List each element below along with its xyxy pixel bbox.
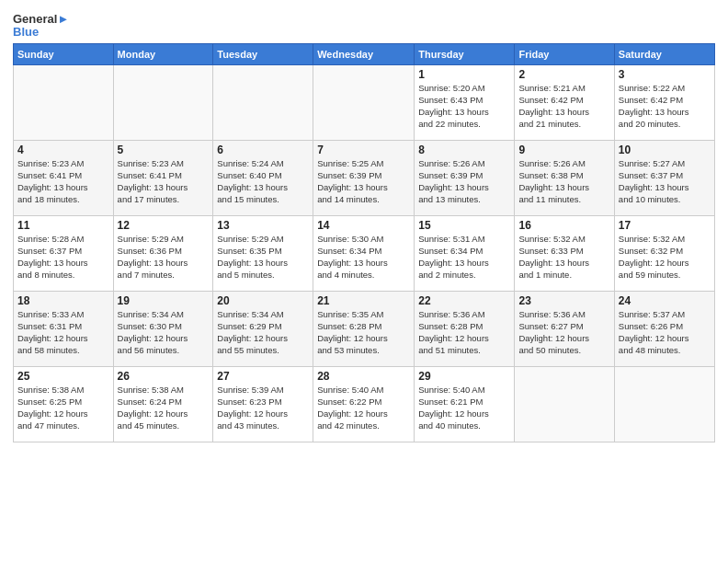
- header: General► Blue: [13, 9, 715, 40]
- day-info: Sunrise: 5:29 AM Sunset: 6:36 PM Dayligh…: [118, 233, 210, 282]
- day-number: 25: [17, 370, 109, 383]
- calendar-cell: 14Sunrise: 5:30 AM Sunset: 6:34 PM Dayli…: [313, 215, 415, 291]
- day-number: 6: [217, 144, 309, 156]
- logo: General► Blue: [13, 13, 69, 40]
- day-info: Sunrise: 5:23 AM Sunset: 6:41 PM Dayligh…: [118, 157, 210, 206]
- day-info: Sunrise: 5:34 AM Sunset: 6:30 PM Dayligh…: [118, 308, 210, 357]
- day-number: 9: [518, 144, 609, 156]
- weekday-header-wednesday: Wednesday: [313, 43, 415, 64]
- page-container: General► Blue SundayMondayTuesdayWednesd…: [0, 0, 728, 448]
- calendar-cell: [313, 64, 415, 140]
- day-info: Sunrise: 5:26 AM Sunset: 6:38 PM Dayligh…: [518, 157, 609, 206]
- calendar-cell: [614, 366, 714, 442]
- day-info: Sunrise: 5:36 AM Sunset: 6:28 PM Dayligh…: [418, 308, 510, 357]
- weekday-header-sunday: Sunday: [14, 43, 114, 64]
- calendar-cell: 1Sunrise: 5:20 AM Sunset: 6:43 PM Daylig…: [415, 64, 515, 140]
- calendar-cell: 29Sunrise: 5:40 AM Sunset: 6:21 PM Dayli…: [415, 366, 515, 442]
- calendar-cell: 11Sunrise: 5:28 AM Sunset: 6:37 PM Dayli…: [14, 215, 114, 291]
- day-info: Sunrise: 5:36 AM Sunset: 6:27 PM Dayligh…: [518, 308, 609, 357]
- day-number: 13: [217, 219, 309, 232]
- weekday-header-saturday: Saturday: [614, 43, 714, 64]
- day-number: 1: [418, 68, 510, 81]
- weekday-header-monday: Monday: [113, 43, 213, 64]
- day-number: 28: [317, 370, 410, 383]
- day-number: 29: [418, 370, 510, 383]
- week-row-4: 18Sunrise: 5:33 AM Sunset: 6:31 PM Dayli…: [14, 291, 715, 366]
- day-number: 21: [317, 294, 410, 307]
- day-number: 16: [518, 219, 609, 232]
- calendar-cell: 20Sunrise: 5:34 AM Sunset: 6:29 PM Dayli…: [213, 291, 313, 366]
- day-info: Sunrise: 5:35 AM Sunset: 6:28 PM Dayligh…: [317, 308, 410, 357]
- day-info: Sunrise: 5:40 AM Sunset: 6:21 PM Dayligh…: [418, 384, 510, 432]
- day-info: Sunrise: 5:28 AM Sunset: 6:37 PM Dayligh…: [17, 233, 109, 282]
- calendar-cell: 22Sunrise: 5:36 AM Sunset: 6:28 PM Dayli…: [415, 291, 515, 366]
- calendar-cell: 12Sunrise: 5:29 AM Sunset: 6:36 PM Dayli…: [113, 215, 213, 291]
- day-number: 12: [118, 219, 210, 232]
- calendar-cell: [213, 64, 313, 140]
- day-info: Sunrise: 5:40 AM Sunset: 6:22 PM Dayligh…: [317, 384, 410, 432]
- calendar-cell: [515, 366, 614, 442]
- day-info: Sunrise: 5:30 AM Sunset: 6:34 PM Dayligh…: [317, 233, 410, 282]
- day-number: 22: [418, 294, 510, 307]
- calendar-cell: 13Sunrise: 5:29 AM Sunset: 6:35 PM Dayli…: [213, 215, 313, 291]
- day-info: Sunrise: 5:21 AM Sunset: 6:42 PM Dayligh…: [518, 82, 609, 131]
- week-row-5: 25Sunrise: 5:38 AM Sunset: 6:25 PM Dayli…: [14, 366, 715, 442]
- day-info: Sunrise: 5:39 AM Sunset: 6:23 PM Dayligh…: [217, 384, 309, 432]
- logo-text: General► Blue: [13, 13, 69, 40]
- calendar-cell: 27Sunrise: 5:39 AM Sunset: 6:23 PM Dayli…: [213, 366, 313, 442]
- calendar-cell: 18Sunrise: 5:33 AM Sunset: 6:31 PM Dayli…: [14, 291, 114, 366]
- calendar-cell: 17Sunrise: 5:32 AM Sunset: 6:32 PM Dayli…: [614, 215, 714, 291]
- day-number: 10: [619, 144, 711, 156]
- day-number: 23: [518, 294, 609, 307]
- calendar-cell: 2Sunrise: 5:21 AM Sunset: 6:42 PM Daylig…: [515, 64, 614, 140]
- day-number: 26: [118, 370, 210, 383]
- calendar-cell: 26Sunrise: 5:38 AM Sunset: 6:24 PM Dayli…: [113, 366, 213, 442]
- day-number: 15: [418, 219, 510, 232]
- calendar-cell: 15Sunrise: 5:31 AM Sunset: 6:34 PM Dayli…: [415, 215, 515, 291]
- calendar-cell: [14, 64, 114, 140]
- calendar-cell: 21Sunrise: 5:35 AM Sunset: 6:28 PM Dayli…: [313, 291, 415, 366]
- day-info: Sunrise: 5:29 AM Sunset: 6:35 PM Dayligh…: [217, 233, 309, 282]
- day-info: Sunrise: 5:20 AM Sunset: 6:43 PM Dayligh…: [418, 82, 510, 131]
- calendar-cell: 5Sunrise: 5:23 AM Sunset: 6:41 PM Daylig…: [113, 140, 213, 215]
- day-info: Sunrise: 5:33 AM Sunset: 6:31 PM Dayligh…: [17, 308, 109, 357]
- calendar-cell: 10Sunrise: 5:27 AM Sunset: 6:37 PM Dayli…: [614, 140, 714, 215]
- calendar-cell: 3Sunrise: 5:22 AM Sunset: 6:42 PM Daylig…: [614, 64, 714, 140]
- day-number: 24: [619, 294, 711, 307]
- day-number: 5: [118, 144, 210, 156]
- day-info: Sunrise: 5:38 AM Sunset: 6:24 PM Dayligh…: [118, 384, 210, 432]
- day-number: 2: [518, 68, 609, 81]
- day-info: Sunrise: 5:24 AM Sunset: 6:40 PM Dayligh…: [217, 157, 309, 206]
- day-info: Sunrise: 5:25 AM Sunset: 6:39 PM Dayligh…: [317, 157, 410, 206]
- calendar-cell: 8Sunrise: 5:26 AM Sunset: 6:39 PM Daylig…: [415, 140, 515, 215]
- day-number: 8: [418, 144, 510, 156]
- calendar-cell: 28Sunrise: 5:40 AM Sunset: 6:22 PM Dayli…: [313, 366, 415, 442]
- calendar-cell: 23Sunrise: 5:36 AM Sunset: 6:27 PM Dayli…: [515, 291, 614, 366]
- calendar-cell: [113, 64, 213, 140]
- calendar-cell: 16Sunrise: 5:32 AM Sunset: 6:33 PM Dayli…: [515, 215, 614, 291]
- calendar-cell: 25Sunrise: 5:38 AM Sunset: 6:25 PM Dayli…: [14, 366, 114, 442]
- day-info: Sunrise: 5:32 AM Sunset: 6:32 PM Dayligh…: [619, 233, 711, 282]
- day-info: Sunrise: 5:26 AM Sunset: 6:39 PM Dayligh…: [418, 157, 510, 206]
- day-number: 11: [17, 219, 109, 232]
- day-info: Sunrise: 5:34 AM Sunset: 6:29 PM Dayligh…: [217, 308, 309, 357]
- day-number: 4: [17, 144, 109, 156]
- day-info: Sunrise: 5:37 AM Sunset: 6:26 PM Dayligh…: [619, 308, 711, 357]
- calendar-cell: 6Sunrise: 5:24 AM Sunset: 6:40 PM Daylig…: [213, 140, 313, 215]
- calendar-cell: 7Sunrise: 5:25 AM Sunset: 6:39 PM Daylig…: [313, 140, 415, 215]
- day-number: 20: [217, 294, 309, 307]
- calendar-table: SundayMondayTuesdayWednesdayThursdayFrid…: [13, 43, 715, 442]
- day-info: Sunrise: 5:27 AM Sunset: 6:37 PM Dayligh…: [619, 157, 711, 206]
- day-number: 17: [619, 219, 711, 232]
- calendar-cell: 24Sunrise: 5:37 AM Sunset: 6:26 PM Dayli…: [614, 291, 714, 366]
- day-info: Sunrise: 5:23 AM Sunset: 6:41 PM Dayligh…: [17, 157, 109, 206]
- day-info: Sunrise: 5:32 AM Sunset: 6:33 PM Dayligh…: [518, 233, 609, 282]
- day-number: 3: [619, 68, 711, 81]
- day-number: 7: [317, 144, 410, 156]
- weekday-header-row: SundayMondayTuesdayWednesdayThursdayFrid…: [14, 43, 715, 64]
- calendar-cell: 4Sunrise: 5:23 AM Sunset: 6:41 PM Daylig…: [14, 140, 114, 215]
- week-row-3: 11Sunrise: 5:28 AM Sunset: 6:37 PM Dayli…: [14, 215, 715, 291]
- week-row-2: 4Sunrise: 5:23 AM Sunset: 6:41 PM Daylig…: [14, 140, 715, 215]
- day-info: Sunrise: 5:31 AM Sunset: 6:34 PM Dayligh…: [418, 233, 510, 282]
- week-row-1: 1Sunrise: 5:20 AM Sunset: 6:43 PM Daylig…: [14, 64, 715, 140]
